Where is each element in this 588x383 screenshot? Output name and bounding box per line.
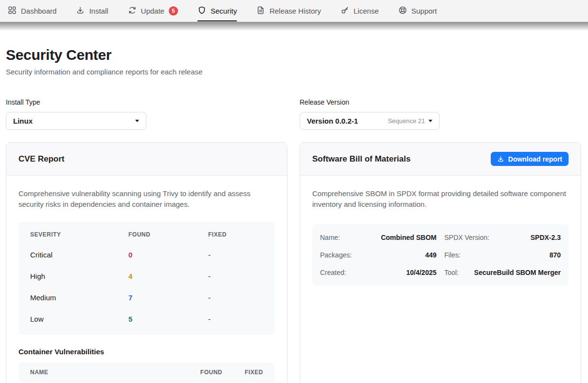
nav-item-install[interactable]: Install	[76, 0, 108, 21]
severity-label: High	[30, 272, 128, 280]
table-row: Medium 7 -	[18, 287, 275, 309]
nav-item-support[interactable]: Support	[398, 0, 437, 21]
page-title: Security Center	[6, 47, 581, 63]
update-count-badge: 5	[169, 6, 178, 16]
sequence-tag: Sequence 21	[388, 117, 425, 125]
fixed-count: -	[208, 272, 263, 280]
cve-report-header: CVE Report	[6, 143, 287, 176]
header-shadow	[0, 22, 588, 31]
field-label: Name:	[320, 234, 340, 241]
sbom-field-packages: Packages: 449	[320, 251, 437, 259]
page-subtitle: Security information and compliance repo…	[6, 68, 581, 76]
field-value: SecureBuild SBOM Merger	[474, 269, 561, 276]
sbom-header: Software Bill of Materials Download repo…	[300, 143, 581, 176]
col-name: NAME	[30, 369, 183, 376]
download-icon	[497, 155, 504, 163]
field-label: Created:	[320, 269, 346, 276]
release-version-value: Version 0.0.2-1	[307, 117, 358, 125]
found-count: 0	[128, 251, 208, 259]
cards-grid: CVE Report Comprehensive vulnerability s…	[6, 142, 581, 383]
field-label: Files:	[445, 251, 461, 259]
sbom-field-created: Created: 10/4/2025	[320, 269, 437, 276]
field-label: Tool:	[445, 269, 459, 276]
col-found: FOUND	[128, 231, 208, 238]
nav-label: Dashboard	[21, 7, 56, 15]
sbom-field-spdx-version: SPDX Version: SPDX-2.3	[445, 234, 561, 241]
key-icon	[340, 6, 349, 16]
top-navigation: Dashboard Install Update 5 S	[0, 0, 588, 22]
nav-label: License	[354, 7, 379, 15]
download-icon	[76, 6, 85, 16]
sbom-body: Comprehensive SBOM in SPDX format provid…	[300, 176, 581, 298]
nav-item-release-history[interactable]: Release History	[256, 0, 321, 21]
refresh-icon	[128, 6, 137, 16]
col-found: FOUND	[183, 369, 222, 376]
col-fixed: FIXED	[208, 231, 263, 238]
fixed-count: -	[208, 293, 263, 302]
cve-report-title: CVE Report	[18, 154, 64, 164]
install-type-filter: Install Type Linux	[6, 98, 287, 130]
fixed-count: -	[208, 251, 263, 259]
nav-label: Update	[141, 7, 164, 15]
col-severity: SEVERITY	[30, 231, 128, 238]
found-count: 7	[128, 293, 208, 302]
release-version-label: Release Version	[300, 98, 581, 106]
install-type-value: Linux	[13, 117, 33, 125]
install-type-label: Install Type	[6, 98, 287, 106]
field-label: Packages:	[320, 251, 352, 259]
chevron-down-icon	[135, 120, 139, 122]
sbom-field-files: Files: 870	[445, 251, 561, 259]
field-value: Combined SBOM	[381, 234, 436, 241]
severity-label: Low	[30, 315, 128, 323]
field-value: 870	[550, 251, 561, 259]
table-row: Low 5 -	[18, 309, 275, 330]
sbom-description: Comprehensive SBOM in SPDX format provid…	[312, 188, 569, 210]
lifebuoy-icon	[398, 6, 407, 16]
cve-report-body: Comprehensive vulnerability scanning usi…	[6, 176, 287, 383]
chevron-down-icon	[428, 120, 432, 122]
severity-label: Medium	[30, 293, 128, 302]
main-content: Security Center Security information and…	[0, 47, 588, 383]
release-version-select[interactable]: Version 0.0.2-1 Sequence 21	[300, 112, 440, 130]
filters-row: Install Type Linux Release Version Versi…	[6, 98, 581, 130]
nav-label: Security	[211, 7, 237, 15]
sbom-row: Created: 10/4/2025 Tool: SecureBuild SBO…	[320, 264, 561, 281]
nav-item-license[interactable]: License	[340, 0, 379, 21]
found-count: 5	[128, 315, 208, 323]
sbom-details: Name: Combined SBOM SPDX Version: SPDX-2…	[312, 224, 569, 286]
table-row: High 4 -	[18, 266, 275, 287]
install-type-select[interactable]: Linux	[6, 112, 146, 130]
sbom-row: Name: Combined SBOM SPDX Version: SPDX-2…	[320, 229, 561, 246]
col-fixed: FIXED	[234, 369, 263, 376]
field-value: 449	[425, 251, 436, 259]
severity-table-header: SEVERITY FOUND FIXED	[18, 225, 275, 244]
sbom-title: Software Bill of Materials	[312, 154, 410, 164]
field-value: SPDX-2.3	[531, 234, 561, 241]
download-report-label: Download report	[508, 155, 562, 163]
sbom-field-tool: Tool: SecureBuild SBOM Merger	[445, 269, 561, 276]
field-label: SPDX Version:	[445, 234, 490, 241]
severity-label: Critical	[30, 251, 128, 259]
nav-item-dashboard[interactable]: Dashboard	[8, 0, 56, 21]
nav-item-update[interactable]: Update 5	[128, 0, 178, 21]
dashboard-icon	[8, 6, 17, 16]
cve-report-card: CVE Report Comprehensive vulnerability s…	[6, 142, 287, 383]
field-value: 10/4/2025	[406, 269, 436, 276]
container-vulnerabilities-header: NAME FOUND FIXED	[18, 363, 275, 382]
sbom-row: Packages: 449 Files: 870	[320, 246, 561, 264]
shield-icon	[197, 6, 206, 16]
nav-label: Install	[89, 7, 108, 15]
nav-item-security[interactable]: Security	[197, 0, 237, 21]
found-count: 4	[128, 272, 208, 280]
cve-report-description: Comprehensive vulnerability scanning usi…	[18, 188, 275, 210]
sbom-field-name: Name: Combined SBOM	[320, 234, 437, 241]
release-version-filter: Release Version Version 0.0.2-1 Sequence…	[300, 98, 581, 130]
sbom-card: Software Bill of Materials Download repo…	[300, 142, 581, 383]
file-text-icon	[256, 6, 265, 16]
table-row: Critical 0 -	[18, 244, 275, 266]
nav-label: Release History	[269, 7, 321, 15]
fixed-count: -	[208, 315, 263, 323]
download-report-button[interactable]: Download report	[491, 152, 569, 166]
container-vulnerabilities-title: Container Vulnerabilities	[18, 347, 275, 356]
nav-label: Support	[411, 7, 437, 15]
